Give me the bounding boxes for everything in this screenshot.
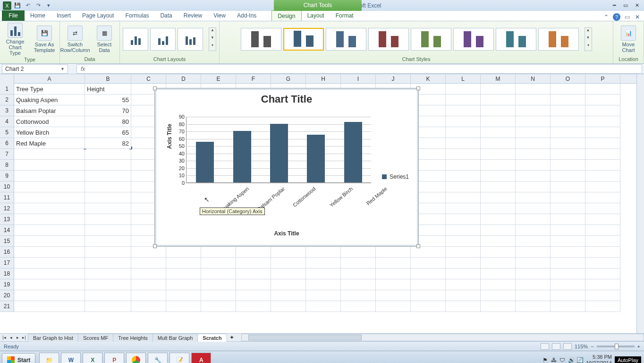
cell[interactable] bbox=[85, 214, 131, 225]
styles-scroll-up-icon[interactable]: ▲ bbox=[585, 28, 592, 35]
cell[interactable] bbox=[85, 225, 131, 236]
cell-A3[interactable]: Balsam Poplar bbox=[14, 105, 85, 116]
chart-resize-handle[interactable] bbox=[416, 244, 420, 248]
cell[interactable] bbox=[516, 95, 551, 105]
row-header-19[interactable]: 19 bbox=[0, 279, 14, 290]
cell[interactable] bbox=[341, 301, 376, 312]
column-header-e[interactable]: E bbox=[201, 74, 236, 84]
cell[interactable] bbox=[446, 301, 481, 312]
cell[interactable] bbox=[236, 279, 271, 290]
taskbar-notepad[interactable]: 📝 bbox=[169, 353, 189, 363]
cell[interactable] bbox=[481, 105, 516, 116]
cell[interactable] bbox=[585, 225, 620, 236]
cell[interactable] bbox=[516, 236, 551, 247]
cell[interactable] bbox=[131, 268, 166, 279]
chart-style-2[interactable] bbox=[283, 28, 324, 51]
cell[interactable] bbox=[166, 279, 201, 290]
chart-layout-1[interactable] bbox=[123, 28, 148, 51]
cell[interactable] bbox=[14, 225, 85, 236]
cell[interactable] bbox=[585, 171, 620, 182]
cell[interactable] bbox=[446, 258, 481, 268]
cell[interactable] bbox=[85, 203, 131, 214]
cell[interactable] bbox=[14, 268, 85, 279]
row-header-2[interactable]: 2 bbox=[0, 95, 14, 105]
column-header-j[interactable]: J bbox=[376, 74, 411, 84]
cell[interactable] bbox=[411, 301, 446, 312]
cell-B4[interactable]: 80 bbox=[85, 116, 131, 127]
cell[interactable] bbox=[585, 116, 620, 127]
cell[interactable] bbox=[166, 301, 201, 312]
switch-row-column-button[interactable]: ⇄ Switch Row/Column bbox=[63, 26, 87, 53]
cell[interactable] bbox=[166, 258, 201, 268]
cell[interactable] bbox=[201, 301, 236, 312]
tab-home[interactable]: Home bbox=[25, 10, 51, 21]
sheet-nav-last-icon[interactable]: ▸| bbox=[21, 335, 27, 340]
cell[interactable] bbox=[481, 160, 516, 171]
cell[interactable] bbox=[481, 258, 516, 268]
cell[interactable] bbox=[236, 247, 271, 258]
cell[interactable] bbox=[481, 290, 516, 301]
cell[interactable] bbox=[481, 247, 516, 258]
tab-add-ins[interactable]: Add-Ins bbox=[231, 10, 262, 21]
cell[interactable] bbox=[14, 301, 85, 312]
cell[interactable] bbox=[551, 127, 585, 138]
tray-volume-icon[interactable]: 🔊 bbox=[568, 357, 575, 363]
minimize-icon[interactable]: ━ bbox=[609, 2, 619, 9]
row-header-13[interactable]: 13 bbox=[0, 214, 14, 225]
cell-B2[interactable]: 55 bbox=[85, 95, 131, 105]
cell[interactable] bbox=[271, 290, 306, 301]
cell[interactable] bbox=[85, 149, 131, 160]
workbook-restore-icon[interactable]: ▭ bbox=[623, 13, 631, 21]
cell[interactable] bbox=[551, 279, 585, 290]
tab-review[interactable]: Review bbox=[178, 10, 208, 21]
cell[interactable] bbox=[585, 236, 620, 247]
x-category-label[interactable]: Red Maple bbox=[365, 186, 388, 206]
bar-3[interactable] bbox=[307, 135, 325, 182]
tab-insert[interactable]: Insert bbox=[51, 10, 76, 21]
cell[interactable] bbox=[201, 258, 236, 268]
cell[interactable] bbox=[166, 268, 201, 279]
cell[interactable] bbox=[585, 192, 620, 203]
cell[interactable] bbox=[481, 268, 516, 279]
row-header-11[interactable]: 11 bbox=[0, 192, 14, 203]
cell[interactable] bbox=[85, 301, 131, 312]
cell[interactable] bbox=[446, 214, 481, 225]
name-box[interactable]: Chart 2 ▼ bbox=[2, 64, 68, 74]
cell[interactable] bbox=[236, 268, 271, 279]
file-tab[interactable]: File bbox=[2, 10, 25, 21]
cell[interactable] bbox=[14, 192, 85, 203]
cell[interactable] bbox=[131, 279, 166, 290]
cell[interactable] bbox=[446, 279, 481, 290]
cell[interactable] bbox=[516, 279, 551, 290]
chart-resize-handle[interactable] bbox=[153, 86, 157, 90]
tab-view[interactable]: View bbox=[208, 10, 231, 21]
chart-style-4[interactable] bbox=[368, 28, 409, 51]
cell[interactable] bbox=[516, 149, 551, 160]
column-header-o[interactable]: O bbox=[551, 74, 585, 84]
sheet-tab-tree-heights[interactable]: Tree Heights bbox=[113, 334, 153, 342]
cell[interactable] bbox=[516, 258, 551, 268]
row-header-20[interactable]: 20 bbox=[0, 290, 14, 301]
chart-style-6[interactable] bbox=[453, 28, 494, 51]
cell[interactable] bbox=[516, 116, 551, 127]
cell[interactable] bbox=[481, 95, 516, 105]
close-icon[interactable]: ✕ bbox=[632, 2, 642, 9]
sheet-nav-next-icon[interactable]: ▸ bbox=[14, 335, 21, 340]
system-clock[interactable]: 5:38 PM 10/27/2014 bbox=[586, 354, 612, 363]
cell[interactable] bbox=[585, 182, 620, 192]
cell[interactable] bbox=[271, 279, 306, 290]
cell[interactable] bbox=[585, 290, 620, 301]
cell[interactable] bbox=[271, 268, 306, 279]
insert-sheet-button[interactable]: ✦ bbox=[227, 334, 237, 341]
row-header-4[interactable]: 4 bbox=[0, 116, 14, 127]
row-header-5[interactable]: 5 bbox=[0, 127, 14, 138]
cell[interactable] bbox=[446, 171, 481, 182]
chart-resize-handle[interactable] bbox=[416, 86, 420, 90]
cell[interactable] bbox=[411, 279, 446, 290]
name-box-dropdown-icon[interactable]: ▼ bbox=[60, 67, 65, 71]
chart-style-1[interactable] bbox=[241, 28, 281, 51]
chart-layout-2[interactable] bbox=[150, 28, 176, 51]
column-header-k[interactable]: K bbox=[411, 74, 446, 84]
column-header-i[interactable]: I bbox=[341, 74, 376, 84]
cell[interactable] bbox=[271, 247, 306, 258]
